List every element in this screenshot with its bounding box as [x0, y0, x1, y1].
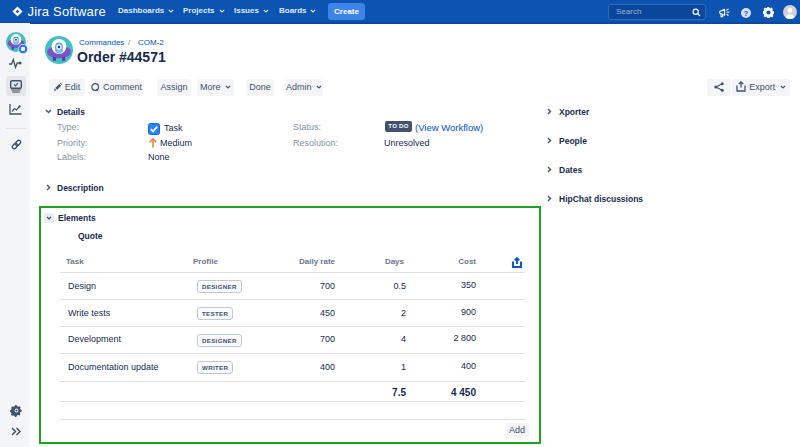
- svg-text:?: ?: [744, 8, 748, 17]
